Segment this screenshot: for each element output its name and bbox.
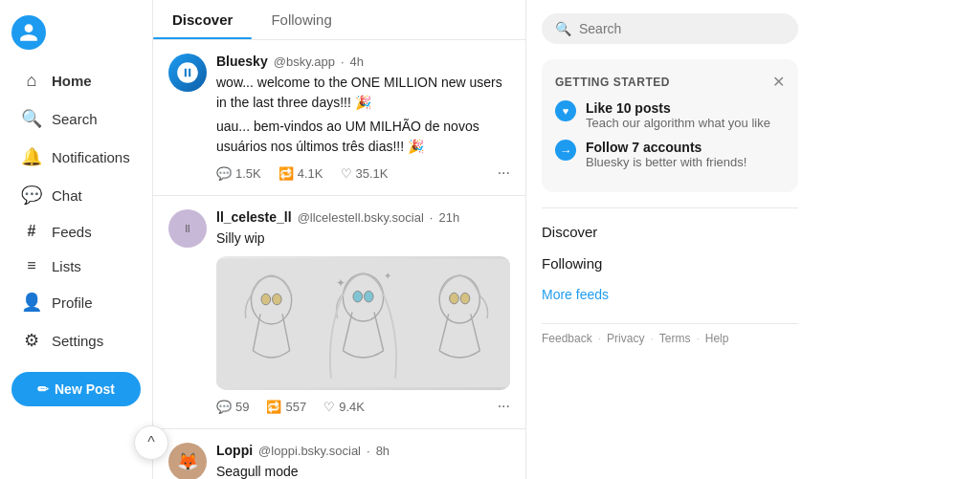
sidebar-label-search: Search [52,111,98,127]
gs-follow-icon: → [555,140,576,161]
post-text-ll: Silly wip [216,229,510,249]
footer-sep3: · [696,332,699,345]
like-action-bluesky[interactable]: ♡ 35.1K [341,164,389,182]
svg-text:✦: ✦ [384,271,391,281]
search-input[interactable] [579,21,785,36]
sidebar: ⌂ Home 🔍 Search 🔔 Notifications 💬 Chat #… [0,0,153,479]
sidebar-label-lists: Lists [52,258,81,274]
post-avatar-loppi[interactable]: 🦊 [168,443,207,479]
home-icon: ⌂ [21,71,42,91]
post-avatar-bluesky[interactable] [168,54,207,92]
footer-privacy[interactable]: Privacy [607,332,644,345]
divider-feeds [542,207,798,208]
post-handle-bluesky: @bsky.app [274,54,335,69]
feed-main: Discover Following Bluesky @bsky.app · 4… [153,0,526,479]
search-icon-right: 🔍 [555,21,571,36]
gs-header: GETTING STARTED ✕ [555,73,785,91]
post-handle-ll: @llcelestell.bsky.social [298,210,424,225]
sidebar-label-feeds: Feeds [52,224,92,240]
repost-icon: 🔁 [278,166,294,181]
tab-discover[interactable]: Discover [153,0,252,39]
divider-footer [542,323,798,324]
footer-feedback[interactable]: Feedback [542,332,592,345]
sidebar-item-chat[interactable]: 💬 Chat [11,177,141,213]
profile-icon: 👤 [21,292,42,313]
post-avatar-ll[interactable]: ll [168,209,207,248]
settings-icon: ⚙ [21,330,42,351]
reply-count-bluesky: 1.5K [235,166,261,181]
post-content-bluesky: Bluesky @bsky.app · 4h wow... welcome to… [216,54,510,182]
post-sep-loppi: · [367,444,370,458]
post-image-ll: ✦ ✦ [216,256,510,390]
post-content-ll: ll_celeste_ll @llcelestell.bsky.social ·… [216,209,510,415]
more-action-bluesky[interactable]: ··· [498,164,510,182]
feeds-more[interactable]: More feeds [542,279,798,310]
reply-action-ll[interactable]: 💬 59 [216,398,249,415]
post-author-loppi: Loppi [216,443,253,458]
sidebar-item-notifications[interactable]: 🔔 Notifications [11,139,141,175]
footer-sep1: · [598,332,601,345]
gs-like-subtitle: Teach our algorithm what you like [586,116,770,130]
post-author-bluesky: Bluesky [216,54,268,69]
svg-point-5 [273,294,282,305]
repost-action-ll[interactable]: 🔁 557 [266,398,306,415]
like-icon: ♡ [341,166,352,181]
feeds-discover[interactable]: Discover [542,216,798,248]
gs-follow-subtitle: Bluesky is better with friends! [586,155,746,169]
scroll-up-button[interactable]: ^ [134,425,168,460]
post-age-bluesky: 4h [350,54,364,69]
search-icon: 🔍 [21,108,42,129]
tab-following[interactable]: Following [252,0,350,39]
repost-action-bluesky[interactable]: 🔁 4.1K [278,164,323,182]
post-actions-ll: 💬 59 🔁 557 ♡ 9.4K ··· [216,398,510,415]
getting-started-panel: GETTING STARTED ✕ ♥ Like 10 posts Teach … [542,59,798,192]
feeds-following[interactable]: Following [542,248,798,279]
post-header-ll: ll_celeste_ll @llcelestell.bsky.social ·… [216,209,510,225]
lists-icon: ≡ [21,257,42,274]
anime-image: ✦ ✦ [216,256,510,390]
gs-like-content: Like 10 posts Teach our algorithm what y… [586,100,770,130]
like-action-ll[interactable]: ♡ 9.4K [323,398,365,415]
footer-help[interactable]: Help [705,332,729,345]
post-text-bluesky-en: wow... welcome to the ONE MILLION new us… [216,73,510,113]
chevron-up-icon: ^ [147,434,155,451]
svg-point-15 [460,293,470,304]
gs-like-title: Like 10 posts [586,100,770,116]
user-avatar[interactable] [11,15,46,50]
new-post-icon: ✏ [37,381,49,397]
gs-title: GETTING STARTED [555,76,670,89]
post-age-ll: 21h [438,210,459,225]
post-loppi: 🦊 Loppi @loppi.bsky.social · 8h Seagull … [153,429,525,479]
search-box[interactable]: 🔍 [542,13,798,44]
feed-tabs: Discover Following [153,0,525,40]
gs-like-icon: ♥ [555,100,576,121]
right-sidebar: 🔍 GETTING STARTED ✕ ♥ Like 10 posts Teac… [526,0,813,479]
sidebar-label-home: Home [52,73,92,89]
sidebar-item-home[interactable]: ⌂ Home [11,63,141,98]
sidebar-label-notifications: Notifications [52,149,130,165]
sidebar-label-profile: Profile [52,294,93,311]
post-text-bluesky-pt: uau... bem-vindos ao UM MILHÃO de novos … [216,117,510,157]
post-header-bluesky: Bluesky @bsky.app · 4h [216,54,510,69]
sidebar-item-settings[interactable]: ⚙ Settings [11,322,141,359]
svg-point-9 [353,291,363,302]
sidebar-item-feeds[interactable]: # Feeds [11,215,141,248]
footer-links: Feedback · Privacy · Terms · Help [542,332,798,345]
sidebar-label-chat: Chat [52,187,82,204]
reply-action-bluesky[interactable]: 💬 1.5K [216,164,261,182]
gs-item-follow: → Follow 7 accounts Bluesky is better wi… [555,140,785,169]
svg-point-10 [364,291,373,302]
new-post-button[interactable]: ✏ New Post [11,372,141,406]
more-action-ll[interactable]: ··· [498,398,510,415]
sidebar-item-search[interactable]: 🔍 Search [11,100,141,137]
like-count-bluesky: 35.1K [356,166,389,181]
gs-close-button[interactable]: ✕ [772,73,785,91]
sidebar-item-lists[interactable]: ≡ Lists [11,250,141,282]
gs-follow-title: Follow 7 accounts [586,140,746,155]
post-header-loppi: Loppi @loppi.bsky.social · 8h [216,443,510,458]
feeds-section: Discover Following More feeds [542,216,798,310]
sidebar-item-profile[interactable]: 👤 Profile [11,284,141,320]
post-time-bluesky: · [341,54,345,69]
footer-terms[interactable]: Terms [659,332,691,345]
reply-icon-ll: 💬 [216,400,232,414]
